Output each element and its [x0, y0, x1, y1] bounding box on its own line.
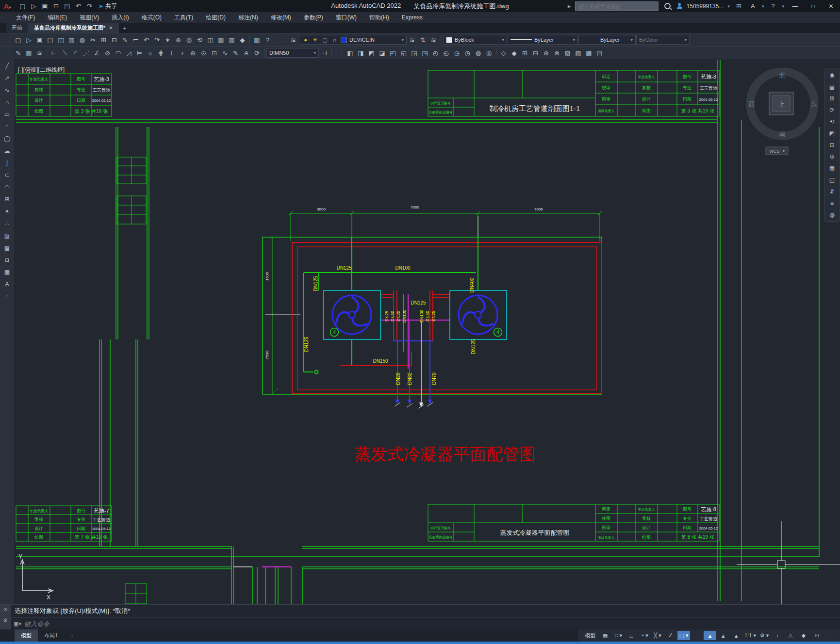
close-button[interactable]: ✕	[824, 0, 838, 12]
navigation-icon[interactable]: ⟲	[827, 116, 837, 127]
search-box[interactable]	[575, 1, 659, 11]
draw-tool-icon[interactable]: ◜	[2, 121, 12, 131]
standard-toolbar-icon[interactable]: ◆	[237, 35, 247, 45]
annotation-visibility[interactable]: ▲	[704, 631, 716, 640]
toolbar-grip[interactable]: ⋮⋮	[3, 38, 12, 42]
customization[interactable]: +	[771, 631, 784, 640]
viewcube-north-label[interactable]: 北	[779, 72, 786, 79]
solid-editing-icon[interactable]: ◍	[473, 48, 483, 58]
isodraft[interactable]: ╳ ▾	[651, 631, 664, 640]
viewcube-east-label[interactable]: 东	[811, 100, 817, 108]
user-avatar-icon[interactable]	[676, 3, 683, 9]
solid-editing-icon[interactable]: ◵	[441, 48, 451, 58]
help-icon[interactable]: ?	[768, 1, 778, 11]
lineweight-dropdown[interactable]: ByLayer ▾	[578, 35, 636, 45]
linetype-dropdown[interactable]: ByLayer ▾	[508, 35, 578, 45]
autodesk-app-chevron-icon[interactable]: ▾	[762, 4, 764, 9]
draw-tool-icon[interactable]: ⊂	[2, 170, 12, 180]
draw-tool-icon[interactable]: ▨	[2, 230, 12, 241]
navigation-icon[interactable]: ≡	[827, 198, 837, 208]
standard-toolbar-icon[interactable]: ◫	[56, 35, 66, 45]
standard-toolbar-icon[interactable]: ✎	[120, 35, 130, 45]
menu-item[interactable]: 参数(P)	[297, 12, 329, 23]
draw-tool-icon[interactable]: ⊞	[2, 194, 12, 204]
modify-toolbar-icon[interactable]: ▧	[562, 48, 573, 58]
draw-tool-icon[interactable]: ⌂	[2, 97, 12, 107]
modify-toolbar-icon[interactable]: ◇	[498, 48, 509, 58]
search-collapse-icon[interactable]: ▶	[568, 4, 571, 9]
dimension-toolbar-icon[interactable]: A	[241, 48, 251, 58]
object-snap-tracking[interactable]: ∠	[664, 631, 677, 640]
layer-thaw-sun-icon[interactable]: ☀	[312, 37, 319, 43]
quick-access-icon[interactable]: ▤	[62, 1, 72, 11]
tab-document[interactable]: 某食品冷库氨制冷系统施工图* ✕	[28, 23, 119, 33]
navigation-icon[interactable]: ◩	[827, 128, 837, 138]
standard-toolbar-icon[interactable]: ✂	[88, 35, 98, 45]
draw-tool-icon[interactable]: ↗	[2, 73, 12, 83]
solid-editing-icon[interactable]: ◩	[366, 48, 377, 58]
dimension-toolbar-icon[interactable]: +	[177, 48, 187, 58]
standard-toolbar-icon[interactable]: ◍	[77, 35, 87, 45]
color-dropdown[interactable]: ByBlock ▾	[443, 35, 507, 45]
command-options-icon[interactable]: ▣▾	[14, 621, 21, 627]
grid-toggle[interactable]: ▦	[599, 631, 611, 640]
tab-model[interactable]: 模型	[15, 629, 38, 642]
search-input[interactable]	[576, 3, 658, 9]
menu-item[interactable]: 工具(T)	[168, 12, 199, 23]
quick-access-icon[interactable]: ▣	[40, 1, 50, 11]
draw-tool-icon[interactable]: ☁	[2, 145, 12, 156]
ortho-mode[interactable]: ∟	[625, 631, 638, 640]
navigation-icon[interactable]: ◱	[827, 175, 837, 185]
menu-item[interactable]: 格式(O)	[135, 12, 168, 23]
solid-editing-icon[interactable]: ◨	[356, 48, 366, 58]
username[interactable]: 1505999135...	[687, 3, 724, 10]
layer-viewport-icon[interactable]: ▢	[321, 37, 329, 43]
viewcube-south-label[interactable]: 南	[779, 130, 786, 138]
modify-toolbar-icon[interactable]: ⊕	[541, 48, 551, 58]
navigation-icon[interactable]: ⊡	[827, 140, 837, 150]
draw-tool-icon[interactable]: ∴	[2, 218, 12, 228]
solid-editing-icon[interactable]: ◎	[484, 48, 494, 58]
standard-toolbar-icon[interactable]: ↷	[152, 35, 162, 45]
draw-tool-icon[interactable]: A	[2, 279, 12, 289]
search-icon[interactable]	[664, 3, 671, 9]
isolate-objects[interactable]: △	[784, 631, 797, 640]
standard-toolbar-icon[interactable]: ⊞	[99, 35, 109, 45]
layer-dropdown[interactable]: ● ☀ ▢ ∩ DEVICEIN ▾	[299, 35, 407, 45]
quick-access-icon[interactable]: ↶	[73, 1, 83, 11]
dimension-toolbar-icon[interactable]: ◜	[70, 48, 81, 58]
share-button[interactable]: ➤ 共享	[99, 2, 117, 10]
tab-start[interactable]: 开始	[6, 23, 28, 33]
navigation-icon[interactable]: ⊞	[827, 93, 837, 103]
dimension-toolbar-icon[interactable]: ∠	[92, 48, 102, 58]
standard-toolbar-icon[interactable]: ⊕	[173, 35, 183, 45]
layer-tool-icon[interactable]: ≋	[407, 35, 417, 45]
solid-editing-icon[interactable]: ◪	[377, 48, 387, 58]
navigation-icon[interactable]: ▤	[827, 81, 837, 92]
toolbar-grip[interactable]: ⋮⋮	[335, 51, 344, 55]
draw-tool-icon[interactable]: ◘	[2, 255, 12, 265]
dimension-toolbar-icon[interactable]: ⊢	[49, 48, 59, 58]
navigation-icon[interactable]: ◉	[827, 70, 837, 80]
menu-item[interactable]: 帮助(H)	[363, 12, 395, 23]
solid-editing-icon[interactable]: ◷	[462, 48, 473, 58]
command-input[interactable]: 键入命令	[24, 620, 49, 628]
menu-item[interactable]: 视图(V)	[73, 12, 105, 23]
new-layout-button[interactable]: +	[64, 629, 80, 642]
snap-mode[interactable]: ∷ ▾	[612, 631, 625, 640]
dimension-toolbar-icon[interactable]: ⟍	[60, 48, 70, 58]
clean-screen[interactable]: ⊡	[810, 631, 823, 640]
standard-toolbar-icon[interactable]: ◫	[205, 35, 215, 45]
lineweight-display[interactable]: ≡	[691, 631, 703, 640]
solid-editing-icon[interactable]: ◳	[420, 48, 430, 58]
standard-toolbar-icon[interactable]: ▦	[252, 35, 262, 45]
modify-toolbar-icon[interactable]: ▨	[573, 48, 583, 58]
standard-toolbar-icon[interactable]: ?	[263, 35, 273, 45]
navigation-icon[interactable]: ⇵	[827, 186, 837, 196]
standard-toolbar-icon[interactable]: ∗	[163, 35, 173, 45]
toolbar-grip[interactable]: ⋮⋮	[278, 38, 287, 42]
dimension-toolbar-icon[interactable]: ≡	[145, 48, 155, 58]
solid-editing-icon[interactable]: ◲	[409, 48, 419, 58]
solid-editing-icon[interactable]: ◱	[398, 48, 409, 58]
tab-layout1[interactable]: 布局1	[38, 629, 64, 642]
